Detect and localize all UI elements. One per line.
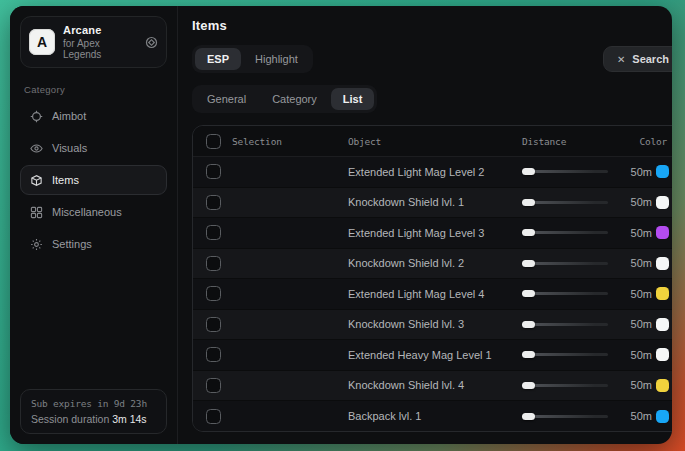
table-row[interactable]: Extended Heavy Mag Level 150m	[193, 340, 672, 371]
distance-value: 50m	[614, 288, 656, 300]
object-name: Knockdown Shield lvl. 3	[348, 318, 522, 330]
table-row[interactable]: Extended Light Mag Level 450m	[193, 279, 672, 310]
sidebar-item-visuals[interactable]: Visuals	[20, 133, 167, 163]
row-checkbox[interactable]	[206, 286, 221, 301]
view-tab-group: GeneralCategoryList	[192, 85, 377, 113]
object-name: Extended Light Mag Level 4	[348, 288, 522, 300]
distance-value: 50m	[614, 379, 656, 391]
subtab-category[interactable]: Category	[260, 88, 329, 110]
sidebar-item-label: Visuals	[52, 142, 87, 154]
object-name: Knockdown Shield lvl. 4	[348, 379, 522, 391]
select-all-checkbox[interactable]	[206, 134, 221, 149]
app-window: A Arcane for Apex Legends Category Aimbo…	[10, 6, 672, 444]
color-cell	[656, 318, 669, 331]
color-swatch[interactable]	[656, 379, 669, 392]
row-checkbox[interactable]	[206, 225, 221, 240]
slider-thumb[interactable]	[522, 229, 535, 236]
object-name: Extended Light Mag Level 2	[348, 166, 522, 178]
slider-thumb[interactable]	[522, 413, 535, 420]
distance-value: 50m	[614, 166, 656, 178]
search-button[interactable]: ✕ Search	[603, 46, 672, 72]
sidebar-item-label: Miscellaneous	[52, 206, 122, 218]
table-row[interactable]: Extended Light Mag Level 250m	[193, 157, 672, 188]
items-table: Selection Object Distance Color Extended…	[192, 125, 672, 432]
subtab-list[interactable]: List	[331, 88, 375, 110]
distance-slider[interactable]	[522, 317, 608, 331]
sidebar-item-aimbot[interactable]: Aimbot	[20, 101, 167, 131]
distance-slider[interactable]	[522, 409, 608, 423]
sidebar-nav: AimbotVisualsItemsMiscellaneousSettings	[20, 99, 167, 259]
toolbar: ESPHighlight ✕ Search	[192, 45, 672, 73]
slider-thumb[interactable]	[522, 260, 535, 267]
slider-thumb[interactable]	[522, 382, 535, 389]
row-checkbox[interactable]	[206, 378, 221, 393]
table-row[interactable]: Knockdown Shield lvl. 150m	[193, 188, 672, 219]
sidebar-spacer	[20, 259, 167, 389]
crosshair-icon	[29, 109, 43, 123]
arcane-logo: A	[29, 29, 55, 55]
color-swatch[interactable]	[656, 410, 669, 423]
color-cell	[656, 379, 669, 392]
color-cell	[656, 226, 669, 239]
sidebar-item-settings[interactable]: Settings	[20, 229, 167, 259]
color-swatch[interactable]	[656, 196, 669, 209]
distance-slider[interactable]	[522, 226, 608, 240]
distance-slider[interactable]	[522, 256, 608, 270]
table-row[interactable]: Knockdown Shield lvl. 350m	[193, 310, 672, 341]
color-cell	[656, 410, 669, 423]
distance-slider[interactable]	[522, 195, 608, 209]
sidebar-item-miscellaneous[interactable]: Miscellaneous	[20, 197, 167, 227]
color-swatch[interactable]	[656, 318, 669, 331]
table-row[interactable]: Extended Light Mag Level 350m	[193, 218, 672, 249]
brand-card: A Arcane for Apex Legends	[20, 16, 167, 68]
color-swatch[interactable]	[656, 226, 669, 239]
grid-icon	[29, 205, 43, 219]
slider-thumb[interactable]	[522, 351, 535, 358]
distance-slider[interactable]	[522, 165, 608, 179]
table-row[interactable]: Backpack lvl. 150m	[193, 401, 672, 431]
brand-text: Arcane for Apex Legends	[63, 24, 137, 60]
distance-slider[interactable]	[522, 287, 608, 301]
row-checkbox[interactable]	[206, 256, 221, 271]
row-checkbox[interactable]	[206, 195, 221, 210]
object-name: Extended Light Mag Level 3	[348, 227, 522, 239]
header-object: Object	[348, 136, 522, 147]
color-swatch[interactable]	[656, 257, 669, 270]
slider-thumb[interactable]	[522, 168, 535, 175]
session-duration-text: Session duration 3m 14s	[31, 413, 156, 425]
slider-thumb[interactable]	[522, 199, 535, 206]
compass-icon[interactable]	[145, 36, 158, 49]
color-cell	[656, 287, 669, 300]
color-swatch[interactable]	[656, 348, 669, 361]
sidebar-item-label: Items	[52, 174, 79, 186]
slider-thumb[interactable]	[522, 321, 535, 328]
tab-esp[interactable]: ESP	[195, 48, 241, 70]
search-button-label: Search	[632, 53, 669, 65]
eye-icon	[29, 141, 43, 155]
row-checkbox[interactable]	[206, 164, 221, 179]
color-cell	[656, 257, 669, 270]
header-selection: Selection	[232, 136, 348, 147]
esp-tab-group: ESPHighlight	[192, 45, 313, 73]
color-cell	[656, 348, 669, 361]
row-checkbox[interactable]	[206, 317, 221, 332]
object-name: Knockdown Shield lvl. 2	[348, 257, 522, 269]
object-name: Backpack lvl. 1	[348, 410, 522, 422]
distance-value: 50m	[614, 349, 656, 361]
table-row[interactable]: Knockdown Shield lvl. 250m	[193, 249, 672, 280]
brand-name: Arcane	[63, 24, 137, 36]
color-swatch[interactable]	[656, 165, 669, 178]
subtab-general[interactable]: General	[195, 88, 258, 110]
distance-slider[interactable]	[522, 348, 608, 362]
tab-highlight[interactable]: Highlight	[243, 48, 310, 70]
distance-value: 50m	[614, 318, 656, 330]
color-swatch[interactable]	[656, 287, 669, 300]
row-checkbox[interactable]	[206, 347, 221, 362]
distance-value: 50m	[614, 227, 656, 239]
table-row[interactable]: Knockdown Shield lvl. 450m	[193, 371, 672, 402]
row-checkbox[interactable]	[206, 409, 221, 424]
slider-thumb[interactable]	[522, 290, 535, 297]
sidebar-item-items[interactable]: Items	[20, 165, 167, 195]
distance-slider[interactable]	[522, 378, 608, 392]
object-name: Knockdown Shield lvl. 1	[348, 196, 522, 208]
